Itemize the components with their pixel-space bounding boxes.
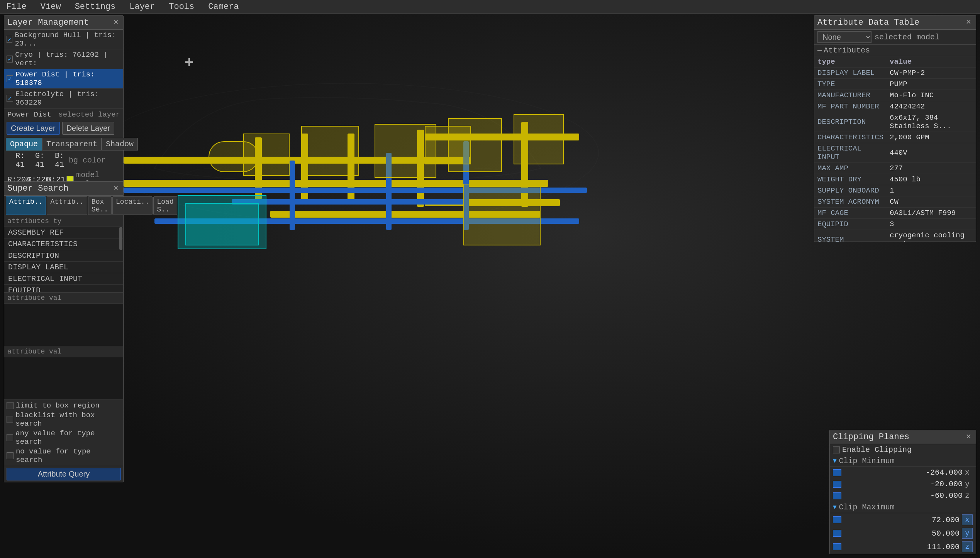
delete-layer-button[interactable]: Delete Layer (62, 122, 114, 135)
layer-item-1[interactable]: ✓ Cryo | tris: 761202 | vert: (4, 49, 123, 69)
clip-max-triangle: ▼ (833, 504, 837, 511)
clip-max-x-btn[interactable]: x (962, 514, 973, 525)
attr-item-5[interactable]: EQUIPID (4, 285, 123, 293)
tab-opaque[interactable]: Opaque (6, 138, 42, 150)
attr-row-3[interactable]: MANUFACTURER Mo-Flo INC (814, 90, 976, 101)
attr-row-7[interactable]: ELECTRICAL INPUT 440V (814, 143, 976, 163)
search-tab-3[interactable]: Locati.. (112, 196, 153, 215)
clip-max-header[interactable]: ▼ Clip Maximum (830, 502, 976, 513)
enable-clipping-row[interactable]: Enable Clipping (830, 444, 976, 455)
attr-item-1[interactable]: CHARACTERISTICS (4, 238, 123, 250)
layer-panel-close[interactable]: × (112, 18, 120, 27)
attr-val-box-2[interactable] (4, 357, 123, 400)
attr-row-2[interactable]: TYPE PUMP (814, 79, 976, 90)
search-tab-0[interactable]: Attrib.. (6, 196, 46, 215)
search-tab-1[interactable]: Attrib.. (47, 196, 87, 215)
option-0[interactable]: limit to box region (7, 401, 121, 410)
option-1[interactable]: blacklist with box search (7, 411, 121, 428)
clip-panel-close[interactable]: × (965, 432, 973, 442)
clip-max-x-color (833, 516, 841, 523)
attr-type-7: ELECTRICAL INPUT (814, 143, 887, 163)
attr-list-scroll[interactable]: ASSEMBLY REF CHARACTERISTICS DESCRIPTION… (4, 227, 123, 293)
layer-check-0[interactable]: ✓ (7, 36, 12, 43)
equip-cyan-2[interactable] (185, 203, 259, 245)
attr-table: type value DISPLAY LABEL CW-PMP-2 TYPE P… (814, 56, 976, 242)
search-tabs: Attrib.. Attrib.. Box Se.. Locati.. Load… (4, 196, 123, 216)
clip-max-z-color (833, 543, 841, 550)
clip-min-y-value: -20.000 (844, 480, 963, 489)
attr-list-scrollbar[interactable] (119, 227, 122, 250)
attr-type-1: DISPLAY LABEL (814, 68, 887, 79)
search-panel-close[interactable]: × (112, 184, 120, 193)
attr-row-4[interactable]: MF PART NUMBER 42424242 (814, 101, 976, 112)
option-check-1[interactable] (7, 416, 13, 423)
layer-check-1[interactable]: ✓ (7, 56, 13, 63)
layer-item-3[interactable]: ✓ Electrolyte | tris: 363229 (4, 89, 123, 108)
clipping-planes-panel: Clipping Planes × Enable Clipping ▼ Clip… (829, 430, 976, 554)
clip-min-header[interactable]: ▼ Clip Minimum (830, 455, 976, 467)
attr-val-box-1[interactable] (4, 304, 123, 346)
layer-item-0[interactable]: ✓ Background Hull | tris: 23... (4, 30, 123, 49)
clip-min-y-row: -20.000 y (830, 479, 976, 490)
search-tab-2[interactable]: Box Se.. (88, 196, 112, 215)
tab-shadow[interactable]: Shadow (102, 138, 138, 150)
clip-max-x-value: 72.000 (844, 516, 960, 524)
attr-row-11[interactable]: SYSTEM ACRONYM CW (814, 196, 976, 208)
equip-yellow-7[interactable] (425, 126, 471, 164)
search-panel-header: Super Search × (4, 182, 123, 196)
clip-max-x-row: 72.000 x (830, 513, 976, 527)
clip-max-z-btn[interactable]: z (962, 541, 973, 552)
menu-tools[interactable]: Tools (166, 1, 197, 12)
attr-val-10: 1 (887, 185, 976, 196)
tank-yellow[interactable] (209, 141, 259, 172)
attr-row-6[interactable]: CHARACTERISTICS 2,000 GPM (814, 132, 976, 143)
clip-max-y-value: 50.000 (844, 529, 960, 538)
attr-val-1: CW-PMP-2 (887, 68, 976, 79)
layer-check-3[interactable]: ✓ (7, 95, 13, 102)
attr-row-5[interactable]: DESCRIPTION 6x6x17, 384 Stainless S... (814, 112, 976, 132)
attr-item-3[interactable]: DISPLAY LABEL (4, 262, 123, 273)
attr-item-2[interactable]: DESCRIPTION (4, 250, 123, 262)
attr-panel-header: Attribute Data Table × (814, 16, 976, 30)
attr-val-5: 6x6x17, 384 Stainless S... (887, 112, 976, 132)
attr-item-0[interactable]: ASSEMBLY REF (4, 227, 123, 238)
attr-model-select[interactable]: None (817, 31, 871, 43)
attribute-query-button[interactable]: Attribute Query (7, 468, 121, 480)
equip-yellow-6[interactable] (463, 184, 541, 245)
option-3[interactable]: no value for type search (7, 447, 121, 464)
create-layer-button[interactable]: Create Layer (7, 122, 60, 135)
menu-settings[interactable]: Settings (72, 1, 119, 12)
attr-val-6: 2,000 GPM (887, 132, 976, 143)
attr-row-8[interactable]: MAX AMP 277 (814, 163, 976, 174)
tab-transparent[interactable]: Transparent (42, 138, 102, 150)
attr-row-14[interactable]: SYSTEM cryogenic cooling syste... (814, 230, 976, 242)
equip-yellow-5[interactable] (514, 114, 564, 164)
option-check-0[interactable] (7, 402, 14, 409)
layer-item-2[interactable]: ✓ Power Dist | tris: 518378 (4, 69, 123, 89)
menu-view[interactable]: View (37, 1, 64, 12)
option-check-2[interactable] (7, 434, 13, 441)
attr-panel-close[interactable]: × (965, 18, 973, 27)
menu-layer[interactable]: Layer (126, 1, 158, 12)
option-2[interactable]: any value for type search (7, 429, 121, 446)
attr-type-10: SUPPLY ONBOARD (814, 185, 887, 196)
menu-file[interactable]: File (3, 1, 30, 12)
search-tab-4[interactable]: Load S.. (153, 196, 177, 215)
layer-check-2[interactable]: ✓ (7, 75, 13, 82)
clip-max-z-row: 111.000 z (830, 540, 976, 554)
clip-max-y-btn[interactable]: y (962, 528, 973, 539)
attr-row-13[interactable]: EQUIPID 3 (814, 219, 976, 230)
layer-label-3: Electrolyte | tris: 363229 (15, 90, 121, 107)
attr-row-10[interactable]: SUPPLY ONBOARD 1 (814, 185, 976, 196)
attr-row-12[interactable]: MF CAGE 0A3L1/ASTM F999 (814, 208, 976, 219)
attr-section-label: Attributes (824, 46, 870, 55)
attr-row-1[interactable]: DISPLAY LABEL CW-PMP-2 (814, 68, 976, 79)
attr-row-9[interactable]: WEIGHT DRY 4500 lb (814, 174, 976, 185)
equip-yellow-2[interactable] (301, 126, 359, 176)
attr-item-4[interactable]: ELECTRICAL INPUT (4, 273, 123, 285)
option-check-3[interactable] (7, 452, 14, 459)
clip-min-z-axis: z (965, 491, 973, 500)
enable-clipping-checkbox[interactable] (833, 446, 840, 453)
attr-table-scroll[interactable]: type value DISPLAY LABEL CW-PMP-2 TYPE P… (814, 56, 976, 242)
menu-camera[interactable]: Camera (205, 1, 242, 12)
